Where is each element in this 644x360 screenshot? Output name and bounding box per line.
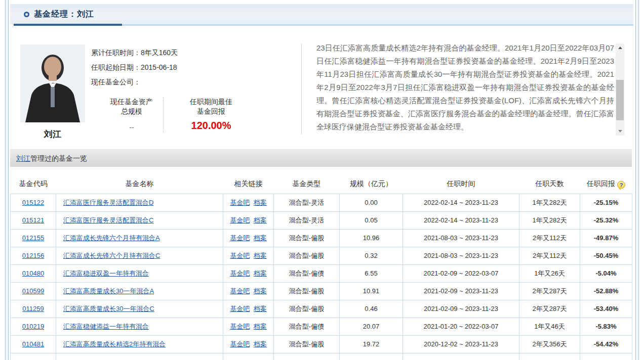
fund-name-link[interactable]: 汇添富成长先锋六个月持有混合A — [63, 234, 160, 242]
help-icon[interactable]: ? — [617, 181, 625, 189]
tenure-return-cell: -5.83% — [580, 318, 632, 335]
manager-name: 刘江 — [20, 128, 85, 140]
fund-scale-cell: 10.91 — [340, 282, 403, 300]
fund-type-cell: 混合型-偏股 — [274, 229, 340, 247]
manager-photo — [20, 44, 85, 122]
tenure-period-cell: 2022-02-14 ~ 2023-11-23 — [403, 194, 519, 211]
fund-scale-cell: 20.07 — [340, 318, 403, 335]
table-row: 010480 汇添富稳进双盈一年持有混合 基金吧 档案 混合型-偏债 6.55 … — [11, 264, 632, 282]
fund-code-link[interactable]: 015122 — [22, 199, 44, 206]
fund-bar-link[interactable]: 基金吧 — [230, 216, 250, 224]
info-current-company: 现任基金公司： — [91, 75, 243, 89]
fund-code-link[interactable]: 010219 — [22, 323, 44, 330]
fund-code-link[interactable]: 012156 — [22, 252, 44, 259]
profile-bio-divider — [301, 43, 302, 134]
fund-scale-cell: 0.05 — [340, 211, 403, 229]
fund-bar-link[interactable]: 基金吧 — [230, 287, 250, 295]
fund-scale-cell: 0.00 — [340, 194, 403, 211]
fund-code-link[interactable]: 015121 — [22, 216, 44, 224]
manager-bio-text: 23日任汇添富高质量成长精选2年持有混合的基金经理。2021年1月20日至202… — [316, 41, 614, 133]
fund-code-link[interactable]: 010480 — [22, 269, 44, 277]
info-value: 8年又160天 — [141, 49, 178, 57]
table-row: 011259 汇添富高质量成长30一年混合C 基金吧 档案 混合型-偏股 0.4… — [11, 300, 632, 318]
fund-bar-link[interactable]: 基金吧 — [230, 305, 250, 312]
managed-funds-table: 基金代码 基金名称 相关链接 基金类型 规模（亿元） 任职时间 任职天数 任职回… — [10, 174, 632, 360]
fund-bar-link[interactable]: 基金吧 — [230, 199, 250, 206]
fund-archive-link[interactable]: 档案 — [254, 305, 267, 312]
page-left-border — [5, 0, 9, 360]
stat-divider — [163, 97, 164, 132]
page-header: 基金经理：刘江 — [10, 4, 633, 24]
scroll-up-button[interactable] — [616, 43, 624, 52]
fund-archive-link[interactable]: 档案 — [254, 252, 267, 259]
fund-type-cell: 混合型-偏股 — [274, 247, 340, 264]
tenure-return-cell: -25.15% — [580, 194, 632, 211]
scroll-down-button[interactable] — [616, 127, 624, 136]
fund-archive-link[interactable]: 档案 — [254, 287, 267, 295]
fund-scale-cell: 6.55 — [340, 264, 403, 282]
fund-name-link[interactable]: 汇添富高质量成长30一年混合C — [63, 305, 154, 312]
col-header-fund-code: 基金代码 — [11, 174, 56, 194]
fund-archive-link[interactable]: 档案 — [254, 340, 267, 348]
info-value: 2015-06-18 — [141, 63, 177, 71]
info-start-date: 任职起始日期：2015-06-18 — [91, 60, 243, 75]
fund-type-cell: 混合型-偏债 — [274, 318, 340, 335]
fund-name-link[interactable]: 汇添富稳进双盈一年持有混合 — [63, 269, 149, 277]
fund-archive-link[interactable]: 档案 — [254, 269, 267, 277]
stat-total-assets-value: -- — [91, 123, 172, 131]
fund-bar-link[interactable]: 基金吧 — [230, 252, 250, 259]
fund-scale-cell: 10.96 — [340, 229, 403, 247]
col-header-fund-type: 基金类型 — [274, 174, 340, 194]
fund-name-link[interactable]: 汇添富高质量成长30一年混合A — [63, 287, 154, 295]
page-content: 基金经理：刘江 刘江 累计任职时间：8年又160天 任职起始日期：2015-06… — [10, 0, 634, 360]
section-title-text: 管理过的基金一览 — [30, 154, 87, 162]
tenure-days-cell: 1年又282天 — [519, 211, 580, 229]
info-label: 累计任职时间： — [91, 49, 141, 57]
manager-name-link[interactable]: 刘江 — [16, 154, 30, 162]
fund-code-link[interactable]: 010599 — [22, 287, 44, 295]
fund-type-cell: 混合型-偏股 — [274, 300, 340, 318]
table-row: 012155 汇添富成长先锋六个月持有混合A 基金吧 档案 混合型-偏股 10.… — [11, 229, 632, 247]
tenure-period-cell: 2021-02-09 ~ 2022-03-07 — [403, 264, 519, 282]
fund-name-link[interactable]: 汇添富高质量成长精选2年持有混合 — [63, 340, 166, 348]
table-row: 010219 汇添富稳健添益一年持有混合 基金吧 档案 混合型-偏债 20.07… — [11, 318, 632, 335]
fund-bar-link[interactable]: 基金吧 — [230, 340, 250, 348]
stat-label: 现任基金资产 总规模 — [91, 97, 172, 116]
fund-code-link[interactable]: 010481 — [22, 340, 44, 348]
stat-label-line1: 现任基金资产 — [91, 97, 172, 107]
fund-name-link[interactable]: 汇添富稳健添益一年持有混合 — [63, 323, 149, 330]
fund-bar-link[interactable]: 基金吧 — [230, 269, 250, 277]
stat-label: 任职期间最佳 基金回报 — [173, 97, 249, 116]
tenure-period-cell: 2021-08-03 ~ 2023-11-23 — [403, 229, 519, 247]
person-silhouette-icon — [20, 44, 85, 122]
fund-name-link[interactable]: 汇添富医疗服务灵活配置混合C — [63, 216, 153, 224]
tenure-return-cell: -5.04% — [580, 264, 632, 282]
table-row: 015122 汇添富医疗服务灵活配置混合D 基金吧 档案 混合型-灵活 0.00… — [11, 194, 632, 211]
fund-name-link[interactable]: 汇添富成长先锋六个月持有混合C — [63, 252, 160, 259]
ring-bullet-icon — [24, 12, 29, 17]
scrollbar-thumb[interactable] — [616, 80, 624, 120]
tenure-days-cell: 2年又287天 — [519, 300, 580, 318]
page-title: 基金经理：刘江 — [34, 9, 94, 20]
tenure-days-cell: 2年又112天 — [519, 229, 580, 247]
bio-scrollbar[interactable] — [616, 43, 624, 136]
fund-archive-link[interactable]: 档案 — [254, 216, 267, 224]
fund-bar-link[interactable]: 基金吧 — [230, 323, 250, 330]
tenure-period-cell: 2021-01-20 ~ 2022-03-07 — [403, 318, 519, 335]
tenure-days-cell: 2年又356天 — [519, 335, 580, 353]
col-header-scale: 规模（亿元） — [340, 174, 403, 194]
fund-name-link[interactable]: 汇添富医疗服务灵活配置混合D — [63, 199, 153, 206]
table-body: 015122 汇添富医疗服务灵活配置混合D 基金吧 档案 混合型-灵活 0.00… — [11, 194, 632, 353]
fund-archive-link[interactable]: 档案 — [254, 234, 267, 242]
tenure-return-cell: -49.87% — [580, 229, 632, 247]
tenure-return-cell: -50.45% — [580, 247, 632, 264]
tenure-days-cell: 1年又282天 — [519, 194, 580, 211]
triangle-up-icon — [618, 47, 622, 49]
fund-code-link[interactable]: 011259 — [22, 305, 44, 312]
fund-code-link[interactable]: 012155 — [22, 234, 44, 242]
fund-archive-link[interactable]: 档案 — [254, 199, 267, 206]
fund-bar-link[interactable]: 基金吧 — [230, 234, 250, 242]
tenure-period-cell: 2021-02-09 ~ 2023-11-23 — [403, 300, 519, 318]
fund-archive-link[interactable]: 档案 — [254, 323, 267, 330]
stat-label-line2: 总规模 — [91, 107, 172, 116]
